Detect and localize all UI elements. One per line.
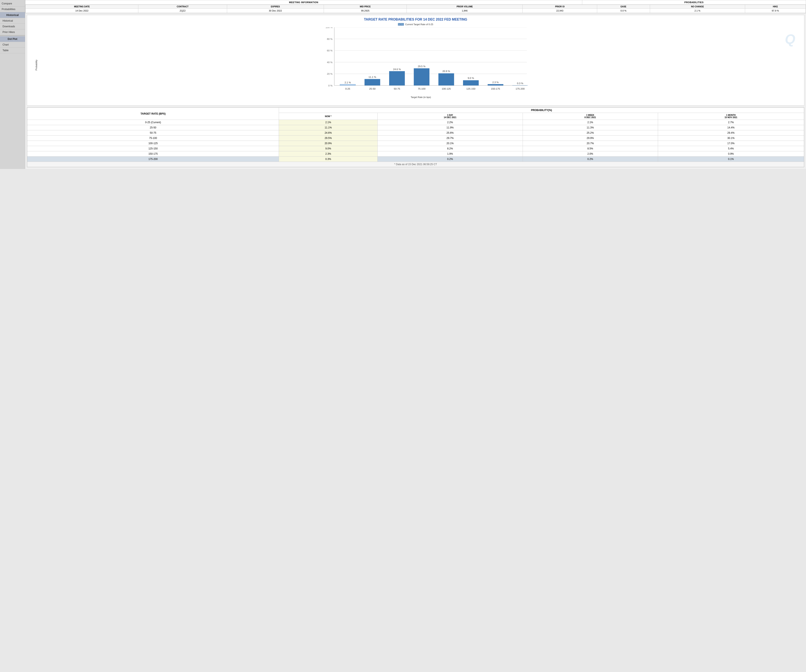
- svg-text:50-75: 50-75: [394, 87, 400, 90]
- rate-cell: 25-50: [27, 125, 279, 130]
- prob-table-row: 50-7524.6%25.6%25.2%29.4%: [27, 130, 804, 135]
- svg-text:75-100: 75-100: [418, 87, 426, 90]
- now-val-cell: 20.9%: [279, 141, 378, 146]
- meeting-info-header-left: MEETING INFORMATION: [25, 0, 582, 4]
- svg-text:25-50: 25-50: [369, 87, 375, 90]
- prob-table-row: 0-25 (Current)2.1%2.2%2.1%2.7%: [27, 120, 804, 125]
- hike-val: 97.9 %: [745, 8, 806, 13]
- prior-oi-val: 22,943: [523, 8, 597, 13]
- week1-cell: 2.1%: [523, 120, 658, 125]
- svg-text:100 %: 100 %: [325, 27, 332, 28]
- sidebar-item-historical[interactable]: Historical: [0, 18, 25, 24]
- bar-50-75: [389, 71, 405, 86]
- rate-cell: 100-125: [27, 141, 279, 146]
- x-axis-label: Target Rate (in bps): [40, 96, 802, 98]
- week1-cell: 2.0%: [523, 151, 658, 157]
- month1-cell: 14.4%: [658, 125, 804, 130]
- day1-cell: 8.2%: [377, 146, 523, 151]
- day1-cell: 20.1%: [377, 141, 523, 146]
- rate-cell: 75-100: [27, 135, 279, 141]
- sidebar-item-dot-plot[interactable]: Dot Plot: [0, 36, 25, 42]
- chart-legend: Current Target Rate of 0-25: [30, 23, 802, 26]
- bar-chart: Q Probability 0 % 20 % 40 % 60 %: [30, 27, 802, 103]
- col-1month: 1 MONTH 15 NOV 2021: [658, 113, 804, 120]
- now-val-cell: 0.3%: [279, 157, 378, 162]
- prob-table-row: 75-10029.5%29.7%29.9%30.1%: [27, 135, 804, 141]
- probability-table: TARGET RATE (BPS) PROBABILITY(%) NOW * 1…: [27, 107, 804, 167]
- col-1week: 1 WEEK 8 DEC 2021: [523, 113, 658, 120]
- sidebar-item-historical-section: Historical: [0, 12, 25, 18]
- col-expires: EXPIRES: [227, 5, 324, 8]
- bar-150-175: [487, 84, 503, 86]
- sidebar: Compare Probabilities Historical Histori…: [0, 0, 25, 169]
- day1-cell: 1.9%: [377, 151, 523, 157]
- now-val-cell: 24.6%: [279, 130, 378, 135]
- svg-text:9.0 %: 9.0 %: [467, 77, 474, 79]
- svg-text:29.5 %: 29.5 %: [418, 65, 425, 68]
- mid-price-val: 99.2925: [324, 8, 407, 13]
- sidebar-item-prior-hikes[interactable]: Prior Hikes: [0, 30, 25, 35]
- svg-text:100-125: 100-125: [442, 87, 451, 90]
- table-footnote: * Data as of 15 Dec 2021 06:59:25 CT: [27, 162, 804, 167]
- legend-label: Current Target Rate of 0-25: [405, 23, 433, 26]
- day1-cell: 25.6%: [377, 130, 523, 135]
- sidebar-item-chart[interactable]: Chart: [0, 42, 25, 48]
- prob-table-row: 25-5011.1%11.9%11.3%14.4%: [27, 125, 804, 130]
- day1-cell: 11.9%: [377, 125, 523, 130]
- sidebar-item-downloads[interactable]: Downloads: [0, 24, 25, 30]
- now-val-cell: 2.3%: [279, 151, 378, 157]
- month1-cell: 0.9%: [658, 151, 804, 157]
- week1-cell: 11.3%: [523, 125, 658, 130]
- month1-cell: 17.0%: [658, 141, 804, 146]
- svg-text:150-175: 150-175: [491, 87, 500, 90]
- col-meeting-date: MEETING DATE: [26, 5, 138, 8]
- col-1day: 1 DAY 14 DEC 2021: [377, 113, 523, 120]
- svg-text:60 %: 60 %: [327, 49, 332, 52]
- meeting-row: 14 Dec 2022 ZQZ2 30 Dec 2022 99.2925 1,8…: [26, 8, 806, 13]
- week1-cell: 29.9%: [523, 135, 658, 141]
- col-prior-volume: PRIOR VOLUME: [407, 5, 523, 8]
- prob-table-row: 175-2000.3%0.2%0.2%0.1%: [27, 157, 804, 162]
- day1-cell: 2.2%: [377, 120, 523, 125]
- svg-text:11.1 %: 11.1 %: [368, 76, 376, 78]
- svg-text:175-200: 175-200: [515, 87, 525, 90]
- day1-cell: 29.7%: [377, 135, 523, 141]
- prob-table-header-prob: PROBABILITY(%): [279, 108, 804, 113]
- month1-cell: 30.1%: [658, 135, 804, 141]
- svg-text:80 %: 80 %: [327, 38, 332, 40]
- svg-text:24.6 %: 24.6 %: [393, 68, 401, 71]
- meeting-table: MEETING DATE CONTRACT EXPIRES MID PRICE …: [25, 5, 806, 13]
- contract-val: ZQZ2: [138, 8, 227, 13]
- col-no-change: NO CHANGE: [650, 5, 745, 8]
- svg-text:0-25: 0-25: [345, 87, 350, 90]
- sidebar-item-probabilities[interactable]: Probabilities: [0, 7, 25, 12]
- rate-cell: 175-200: [27, 157, 279, 162]
- col-hike: HIKE: [745, 5, 806, 8]
- week1-cell: 8.5%: [523, 146, 658, 151]
- svg-text:40 %: 40 %: [327, 61, 332, 64]
- sidebar-item-compare[interactable]: Compare: [0, 1, 25, 7]
- svg-text:0 %: 0 %: [328, 84, 332, 87]
- month1-cell: 29.4%: [658, 130, 804, 135]
- expires-val: 30 Dec 2022: [227, 8, 324, 13]
- sidebar-item-table[interactable]: Table: [0, 48, 25, 53]
- chart-title: TARGET RATE PROBABILITIES FOR 14 DEC 202…: [30, 18, 802, 21]
- month1-cell: 0.1%: [658, 157, 804, 162]
- now-val-cell: 29.5%: [279, 135, 378, 141]
- prob-table-header-rate: TARGET RATE (BPS): [27, 108, 279, 120]
- bar-175-200: [512, 85, 528, 86]
- month1-cell: 5.4%: [658, 146, 804, 151]
- day1-cell: 0.2%: [377, 157, 523, 162]
- week1-cell: 20.7%: [523, 141, 658, 146]
- rate-cell: 125-150: [27, 146, 279, 151]
- probability-table-section: TARGET RATE (BPS) PROBABILITY(%) NOW * 1…: [27, 107, 804, 167]
- svg-text:0.3 %: 0.3 %: [517, 82, 523, 84]
- chart-section: TARGET RATE PROBABILITIES FOR 14 DEC 202…: [27, 15, 804, 106]
- prob-table-row: 125-1509.0%8.2%8.5%5.4%: [27, 146, 804, 151]
- bar-25-50: [365, 79, 380, 86]
- svg-text:2.3 %: 2.3 %: [492, 81, 499, 84]
- rate-cell: 50-75: [27, 130, 279, 135]
- col-now: NOW *: [279, 113, 378, 120]
- svg-text:20 %: 20 %: [327, 73, 332, 75]
- col-ease: EASE: [597, 5, 650, 8]
